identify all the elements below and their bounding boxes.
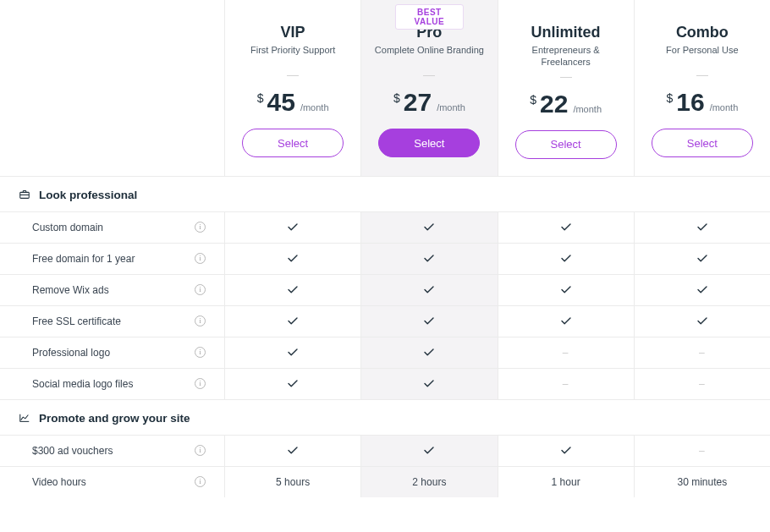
plan-price: 27 bbox=[404, 88, 432, 117]
feature-value-cell bbox=[498, 211, 634, 243]
divider bbox=[696, 75, 708, 76]
feature-label: Video hours bbox=[32, 476, 86, 488]
check-icon bbox=[561, 445, 571, 457]
info-icon[interactable]: i bbox=[195, 315, 206, 326]
check-icon bbox=[288, 284, 298, 296]
price-row: $22/month bbox=[530, 90, 602, 118]
per-month-label: /month bbox=[710, 102, 739, 112]
check-icon bbox=[288, 347, 298, 359]
plan-header-unlimited: UnlimitedEntrepreneurs & Freelancers$22/… bbox=[498, 0, 634, 176]
plan-price: 16 bbox=[676, 88, 704, 117]
section-header: Promote and grow your site bbox=[0, 399, 770, 435]
feature-value-cell bbox=[224, 435, 360, 466]
check-icon bbox=[424, 378, 434, 390]
feature-value-cell bbox=[634, 274, 770, 305]
plan-name: Unlimited bbox=[531, 24, 601, 41]
briefcase-icon bbox=[19, 189, 30, 200]
feature-label: Social media logo files bbox=[32, 378, 133, 390]
divider bbox=[423, 75, 435, 76]
feature-value-cell: 2 hours bbox=[360, 466, 497, 497]
check-icon bbox=[288, 222, 298, 233]
feature-value-cell bbox=[360, 337, 497, 368]
currency-symbol: $ bbox=[257, 91, 264, 105]
feature-value-cell bbox=[360, 305, 497, 337]
feature-value-cell bbox=[224, 243, 360, 274]
feature-label-cell: Video hoursi bbox=[0, 466, 224, 497]
feature-value-text: 30 minutes bbox=[678, 476, 728, 488]
plan-header-combo: ComboFor Personal Use$16/monthSelect bbox=[634, 0, 770, 176]
plan-subtitle: Complete Online Branding bbox=[375, 45, 484, 67]
feature-value-cell bbox=[224, 305, 360, 337]
price-row: $16/month bbox=[666, 88, 738, 117]
plan-subtitle: First Priority Support bbox=[250, 45, 335, 67]
feature-label-cell: Custom domaini bbox=[0, 211, 224, 243]
info-icon[interactable]: i bbox=[195, 222, 206, 233]
check-icon bbox=[697, 222, 707, 233]
not-included-icon: – bbox=[563, 378, 569, 390]
check-icon bbox=[561, 315, 571, 327]
feature-value-cell bbox=[224, 211, 360, 243]
feature-label-cell: Free domain for 1 yeari bbox=[0, 243, 224, 274]
check-icon bbox=[288, 445, 298, 457]
feature-label-cell: Professional logoi bbox=[0, 337, 224, 368]
feature-value-cell: – bbox=[634, 435, 770, 466]
currency-symbol: $ bbox=[666, 91, 673, 105]
feature-value-cell bbox=[498, 274, 634, 305]
per-month-label: /month bbox=[437, 102, 465, 112]
select-button-vip[interactable]: Select bbox=[242, 129, 344, 157]
check-icon bbox=[424, 222, 434, 233]
not-included-icon: – bbox=[699, 378, 706, 390]
feature-label: Remove Wix ads bbox=[32, 284, 109, 296]
check-icon bbox=[288, 253, 298, 265]
divider bbox=[287, 75, 299, 76]
check-icon bbox=[424, 445, 434, 457]
per-month-label: /month bbox=[573, 104, 602, 114]
feature-label: $300 ad vouchers bbox=[32, 445, 113, 457]
section-title: Look professional bbox=[39, 189, 137, 201]
feature-value-cell: 30 minutes bbox=[634, 466, 770, 497]
feature-value-text: 5 hours bbox=[276, 476, 310, 488]
feature-label-cell: Remove Wix adsi bbox=[0, 274, 224, 305]
select-button-combo[interactable]: Select bbox=[652, 129, 753, 157]
select-button-unlimited[interactable]: Select bbox=[515, 130, 617, 159]
not-included-icon: – bbox=[699, 445, 706, 457]
info-icon[interactable]: i bbox=[195, 445, 206, 456]
plan-name: Combo bbox=[676, 24, 729, 41]
feature-value-cell bbox=[360, 211, 497, 243]
plan-subtitle: For Personal Use bbox=[666, 45, 739, 67]
feature-value-cell: – bbox=[498, 368, 634, 399]
feature-value-cell bbox=[224, 368, 360, 399]
info-icon[interactable]: i bbox=[195, 253, 206, 264]
check-icon bbox=[288, 315, 298, 327]
price-row: $27/month bbox=[393, 88, 465, 117]
feature-value-cell bbox=[224, 274, 360, 305]
info-icon[interactable]: i bbox=[195, 347, 206, 358]
price-row: $45/month bbox=[257, 88, 329, 117]
feature-value-text: 1 hour bbox=[552, 476, 580, 488]
info-icon[interactable]: i bbox=[195, 284, 206, 295]
check-icon bbox=[424, 315, 434, 327]
trend-up-icon bbox=[19, 412, 30, 424]
check-icon bbox=[288, 378, 298, 390]
plan-price: 45 bbox=[267, 88, 295, 117]
check-icon bbox=[697, 253, 707, 265]
feature-value-cell bbox=[360, 243, 497, 274]
feature-label-cell: $300 ad vouchersi bbox=[0, 435, 224, 466]
feature-value-cell: 1 hour bbox=[498, 466, 634, 497]
check-icon bbox=[424, 253, 434, 265]
feature-value-cell bbox=[498, 435, 634, 466]
check-icon bbox=[424, 347, 434, 359]
plan-price: 22 bbox=[540, 90, 568, 118]
check-icon bbox=[561, 222, 571, 233]
check-icon bbox=[561, 284, 571, 296]
info-icon[interactable]: i bbox=[195, 378, 206, 389]
feature-value-text: 2 hours bbox=[412, 476, 446, 488]
currency-symbol: $ bbox=[393, 91, 400, 105]
feature-value-cell bbox=[224, 337, 360, 368]
feature-label-cell: Social media logo filesi bbox=[0, 368, 224, 399]
plan-subtitle: Entrepreneurs & Freelancers bbox=[507, 45, 625, 69]
feature-label: Free domain for 1 year bbox=[32, 253, 135, 265]
info-icon[interactable]: i bbox=[195, 476, 206, 487]
not-included-icon: – bbox=[699, 347, 706, 359]
select-button-pro[interactable]: Select bbox=[378, 129, 480, 157]
